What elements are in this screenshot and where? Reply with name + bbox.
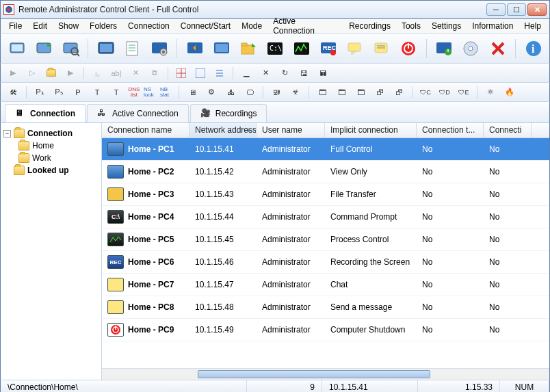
menu-folders[interactable]: Folders [86, 20, 121, 32]
record-button[interactable]: REC [317, 36, 341, 61]
step-icon[interactable]: ▶ [62, 66, 79, 81]
menu-connectstart[interactable]: Connect/Start [176, 20, 235, 32]
p1-button[interactable]: P₁ [31, 85, 48, 100]
table-row[interactable]: RECHome - PC610.1.15.46AdministratorReco… [102, 251, 549, 274]
table-row[interactable]: Home - PC810.1.15.48AdministratorSend a … [102, 296, 549, 319]
open-connection-button[interactable] [31, 36, 55, 61]
table-row[interactable]: Home - PC210.1.15.42AdministratorView On… [102, 161, 549, 183]
tool-icon-3[interactable]: 🖧 [222, 85, 239, 100]
tool-icon-4[interactable]: 🖵 [241, 85, 258, 100]
tool-icon-13[interactable]: 🔥 [501, 85, 518, 100]
play-alt-icon[interactable]: ▷ [24, 66, 40, 81]
remote-power-button[interactable] [432, 36, 456, 61]
t-button[interactable]: T [89, 85, 105, 100]
chat-button[interactable] [343, 36, 367, 61]
ns-look-button[interactable]: NS look [144, 85, 157, 100]
column-header[interactable]: Connection t... [417, 123, 484, 138]
maximize-button[interactable]: ☐ [507, 3, 526, 16]
close-button[interactable]: ✕ [527, 3, 547, 16]
menu-edit[interactable]: Edit [29, 20, 51, 32]
tool-icon-2[interactable]: ⚙ [203, 85, 220, 100]
tool-icon-12[interactable]: ⚛ [482, 85, 499, 100]
tab-connection[interactable]: 🖥Connection [5, 104, 86, 122]
textbox-icon[interactable]: ab| [108, 66, 125, 81]
menu-tools[interactable]: Tools [397, 20, 425, 32]
menu-information[interactable]: Information [468, 20, 517, 32]
refresh-icon[interactable]: ↻ [276, 66, 293, 81]
new-connection-button[interactable] [5, 36, 29, 61]
list-icon[interactable] [211, 66, 228, 81]
copy-icon[interactable]: ⧉ [146, 66, 163, 81]
folder-open-icon[interactable] [43, 66, 60, 81]
table-row[interactable]: Home - PC110.1.15.41AdministratorFull Co… [102, 138, 549, 161]
column-header[interactable]: User name [257, 123, 325, 138]
dns-list-button[interactable]: DNS list [127, 85, 141, 100]
tree-node-home[interactable]: Home [18, 140, 99, 152]
menu-show[interactable]: Show [54, 20, 83, 32]
tab-recordings[interactable]: 🎥Recordings [190, 104, 267, 122]
min-icon[interactable]: ▁ [238, 66, 254, 81]
menu-activeconnection[interactable]: Active Connection [269, 15, 342, 37]
collapse-icon[interactable]: − [3, 130, 11, 138]
column-header[interactable]: Connection name [102, 123, 189, 138]
table-row[interactable]: Home - PC310.1.15.43AdministratorFile Tr… [102, 183, 549, 206]
horizontal-scrollbar[interactable] [102, 368, 549, 380]
tool-icon-5[interactable]: 🖳 [268, 85, 285, 100]
x-icon[interactable]: ✕ [257, 66, 274, 81]
grid1-icon[interactable] [173, 66, 189, 81]
grid2-icon[interactable] [192, 66, 209, 81]
tool-icon-1[interactable]: 🖥 [184, 85, 200, 100]
tree-node-work[interactable]: Work [18, 152, 99, 164]
disk-icon[interactable]: 🖫 [296, 66, 312, 81]
message-button[interactable] [370, 36, 394, 61]
menu-recordings[interactable]: Recordings [345, 20, 395, 32]
t2-button[interactable]: T [108, 85, 125, 100]
p-button[interactable]: P [70, 85, 86, 100]
tab-activeconnection[interactable]: 🖧Active Connection [87, 104, 189, 122]
shutdown-button[interactable] [397, 36, 421, 61]
tool-icon-9[interactable]: 🗔 [352, 85, 369, 100]
column-header[interactable]: Connecti [484, 123, 532, 138]
p5-button[interactable]: P₅ [51, 85, 67, 100]
menu-settings[interactable]: Settings [428, 20, 465, 32]
play-icon[interactable]: ▶ [5, 66, 21, 81]
table-row[interactable]: C:\Home - PC410.1.15.44AdministratorComm… [102, 206, 549, 228]
badge-c[interactable]: 🛡C [417, 85, 434, 100]
delete-button[interactable] [486, 36, 510, 61]
menu-mode[interactable]: Mode [237, 20, 266, 32]
tool-icon-6[interactable]: ☣ [287, 85, 304, 100]
view-only-button[interactable] [209, 36, 233, 61]
file-transfer-button[interactable] [236, 36, 260, 61]
search-connection-button[interactable] [58, 36, 82, 61]
tool-icon-8[interactable]: 🗔 [333, 85, 350, 100]
tree-node-lookedup[interactable]: Looked up [3, 164, 99, 177]
menu-file[interactable]: File [5, 20, 26, 32]
tool-icon-11[interactable]: 🗗 [391, 85, 407, 100]
command-prompt-button[interactable]: C:\ [263, 36, 287, 61]
tree-root-connection[interactable]: − Connection [3, 127, 99, 140]
menu-help[interactable]: Help [520, 20, 545, 32]
nb-stat-button[interactable]: NB stat [160, 85, 174, 100]
disk2-icon[interactable]: 🖬 [315, 66, 331, 81]
column-header[interactable]: Implicit connection [325, 123, 417, 138]
process-control-button[interactable] [290, 36, 314, 61]
settings-button[interactable] [147, 36, 171, 61]
full-control-button[interactable] [183, 36, 207, 61]
badge-d[interactable]: 🛡D [436, 85, 453, 100]
info-button[interactable]: i [521, 36, 545, 61]
clear-icon[interactable]: ✕ [127, 66, 144, 81]
bracket-icon[interactable]: ⎁ [89, 66, 105, 81]
minimize-button[interactable]: ─ [486, 3, 506, 16]
scrollbar-thumb[interactable] [198, 370, 430, 378]
badge-e[interactable]: 🛡E [456, 85, 472, 100]
table-row[interactable]: Home - PC510.1.15.45AdministratorProcess… [102, 228, 549, 251]
wrench-icon[interactable]: 🛠 [5, 85, 21, 100]
table-row[interactable]: Home - PC710.1.15.47AdministratorChatNoN… [102, 274, 549, 296]
menu-connection[interactable]: Connection [124, 20, 174, 32]
properties-button[interactable] [120, 36, 144, 61]
connect-button[interactable] [94, 36, 118, 61]
column-header[interactable]: Network address [189, 123, 257, 138]
tool-icon-7[interactable]: 🗔 [314, 85, 330, 100]
cd-button[interactable] [459, 36, 483, 61]
table-row[interactable]: Home - PC910.1.15.49AdministratorCompute… [102, 319, 549, 341]
